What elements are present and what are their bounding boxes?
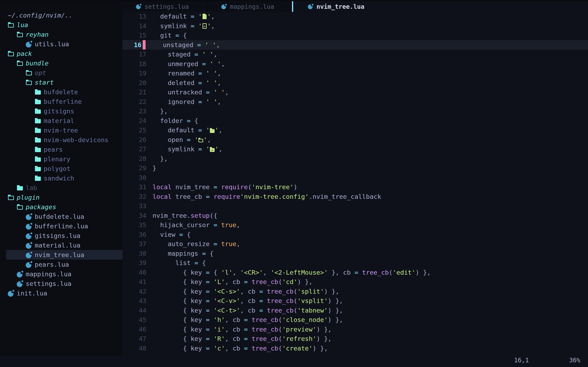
tree-item-nvim_tree.lua[interactable]: nvim_tree.lua xyxy=(0,250,122,259)
tree-item-gitsigns.lua[interactable]: gitsigns.lua xyxy=(0,231,122,240)
token: = xyxy=(244,316,248,323)
tab-nvim_tree.lua[interactable]: nvim_tree.lua xyxy=(293,1,364,12)
tree-item-polygot[interactable]: polygot xyxy=(0,164,122,173)
line-number: 45 xyxy=(122,315,146,325)
code-line-14[interactable]: 14 symlink = '', xyxy=(122,21,588,31)
folder-closed-icon xyxy=(35,88,42,96)
tree-item-lua[interactable]: lua xyxy=(0,20,122,30)
tree-item-nvim-web-devicons[interactable]: nvim-web-devicons xyxy=(0,135,122,145)
code-line-24[interactable]: 24 folder = { xyxy=(122,116,588,125)
tree-item-bufdelete.lua[interactable]: bufdelete.lua xyxy=(0,212,122,221)
token xyxy=(248,325,252,333)
code-line-28[interactable]: 28 }, xyxy=(122,154,588,164)
code-line-37[interactable]: 37 auto_resize = true, xyxy=(122,239,588,249)
token: ( xyxy=(389,269,393,276)
cursor-position: 16,1 xyxy=(514,357,529,364)
code-line-26[interactable]: 26 open = '', xyxy=(122,135,588,145)
code-line-41[interactable]: 41 { key = 'L', cb = tree_cb('cd') }, xyxy=(122,277,588,287)
tree-item-bufdelete[interactable]: bufdelete xyxy=(0,87,122,97)
code-line-42[interactable]: 42 { key = '<C-s>', cb = tree_cb('split'… xyxy=(122,287,588,296)
tree-item-lab[interactable]: lab xyxy=(0,183,122,192)
token xyxy=(263,288,267,295)
code-line-30[interactable]: 30 xyxy=(122,173,588,183)
code-line-40[interactable]: 40 { key = { 'l', '<CR>', '<2-LeftMouse>… xyxy=(122,268,588,277)
token: 'l' xyxy=(221,269,233,276)
code-line-47[interactable]: 47 { key = 'R', cb = tree_cb('refresh') … xyxy=(122,334,588,343)
code-line-18[interactable]: 18 unmerged = ' ', xyxy=(122,59,588,69)
code-line-36[interactable]: 36 view = { xyxy=(122,230,588,239)
tree-item-start[interactable]: start xyxy=(0,77,122,87)
tree-item-pears.lua[interactable]: pears.lua xyxy=(0,259,122,269)
token: { key xyxy=(153,335,206,342)
code-line-45[interactable]: 45 { key = 'h', cb = tree_cb('close_node… xyxy=(122,315,588,325)
code-line-27[interactable]: 27 symlink = '', xyxy=(122,144,588,154)
code-line-48[interactable]: 48 { key = 'c', cb = tree_cb('create') }… xyxy=(122,343,588,353)
token: , cb xyxy=(225,345,244,352)
code-line-44[interactable]: 44 { key = '<C-t>', cb = tree_cb('tabnew… xyxy=(122,306,588,315)
code-line-33[interactable]: 33 xyxy=(122,201,588,211)
folder-open-icon xyxy=(17,31,24,38)
tree-item-settings.lua[interactable]: settings.lua xyxy=(0,279,122,288)
code-line-35[interactable]: 35 hijack_cursor = true, xyxy=(122,220,588,230)
token: ) }, xyxy=(415,269,431,276)
token: ' xyxy=(198,22,202,30)
tree-item-material[interactable]: material xyxy=(0,116,122,125)
token: true xyxy=(221,221,236,229)
code-line-39[interactable]: 39 list = { xyxy=(122,258,588,268)
code-line-29[interactable]: 29} xyxy=(122,163,588,173)
tree-item-init.lua[interactable]: init.lua xyxy=(0,288,122,298)
token: { key xyxy=(153,269,206,276)
folder-closed-icon xyxy=(35,165,42,173)
code-line-16[interactable]: 16 unstaged = ' ', xyxy=(122,40,588,50)
code-line-46[interactable]: 46 { key = 'i', cb = tree_cb('preview') … xyxy=(122,325,588,334)
code-text: deleted = ' ', xyxy=(146,78,221,88)
tree-item-material.lua[interactable]: material.lua xyxy=(0,240,122,250)
tree-item-packages[interactable]: packages xyxy=(0,202,122,212)
tree-item-bundle[interactable]: bundle xyxy=(0,58,122,68)
token: tree_cb xyxy=(251,345,278,352)
tree-item-plenary[interactable]: plenary xyxy=(0,154,122,164)
lua-file-icon xyxy=(221,3,227,10)
token: tree_cb xyxy=(267,297,294,304)
line-number: 47 xyxy=(122,334,146,343)
tree-item-opt[interactable]: opt xyxy=(0,68,122,77)
tree-item-pack[interactable]: pack xyxy=(0,49,122,58)
code-line-19[interactable]: 19 renamed = ' ', xyxy=(122,68,588,78)
code-line-17[interactable]: 17 staged = ' ', xyxy=(122,50,588,59)
code-line-20[interactable]: 20 deleted = ' ', xyxy=(122,78,588,88)
token: = xyxy=(194,50,198,58)
code-line-38[interactable]: 38 mappings = { xyxy=(122,249,588,258)
token: ' ' xyxy=(214,89,225,96)
code-line-15[interactable]: 15 git = { xyxy=(122,31,588,40)
code-line-32[interactable]: 32local tree_cb = require'nvim-tree.conf… xyxy=(122,192,588,201)
tab-settings.lua[interactable]: settings.lua xyxy=(122,1,207,12)
tree-item-bufferline.lua[interactable]: bufferline.lua xyxy=(0,221,122,231)
code-line-23[interactable]: 23 }, xyxy=(122,106,588,116)
tree-item-reyhan[interactable]: reyhan xyxy=(0,30,122,39)
code-line-21[interactable]: 21 untracked = ' ', xyxy=(122,87,588,97)
tree-item-plugin[interactable]: plugin xyxy=(0,192,122,202)
code-line-34[interactable]: 34nvim_tree.setup({ xyxy=(122,211,588,220)
tree-item-nvim-tree[interactable]: nvim-tree xyxy=(0,125,122,135)
line-number: 28 xyxy=(122,154,146,164)
folder-closed-icon xyxy=(35,136,42,144)
tree-item-label: opt xyxy=(35,69,46,76)
tree-item-mappings.lua[interactable]: mappings.lua xyxy=(0,269,122,279)
code-line-13[interactable]: 13 default = '', xyxy=(122,12,588,21)
tab-mappings.lua[interactable]: mappings.lua xyxy=(208,1,292,12)
code-line-43[interactable]: 43 { key = '<C-v>', cb = tree_cb('vsplit… xyxy=(122,296,588,306)
tree-root-path[interactable]: ~/.config/nvim/.. xyxy=(0,10,122,20)
token: open xyxy=(153,136,187,143)
code-line-25[interactable]: 25 default = '', xyxy=(122,125,588,135)
folder-open-icon xyxy=(8,50,15,58)
code-line-31[interactable]: 31local nvim_tree = require('nvim-tree') xyxy=(122,182,588,192)
tree-item-utils.lua[interactable]: utils.lua xyxy=(0,39,122,49)
tree-item-sandwich[interactable]: sandwich xyxy=(0,173,122,183)
tab-bar: settings.luamappings.luanvim_tree.lua xyxy=(122,1,588,12)
folder-icon-part xyxy=(17,33,23,37)
tree-item-pears[interactable]: pears xyxy=(0,145,122,154)
tree-item-bufferline[interactable]: bufferline xyxy=(0,97,122,106)
token: ) }, xyxy=(297,278,312,285)
code-line-22[interactable]: 22 ignored = ' ', xyxy=(122,97,588,107)
tree-item-gitsigns[interactable]: gitsigns xyxy=(0,106,122,116)
